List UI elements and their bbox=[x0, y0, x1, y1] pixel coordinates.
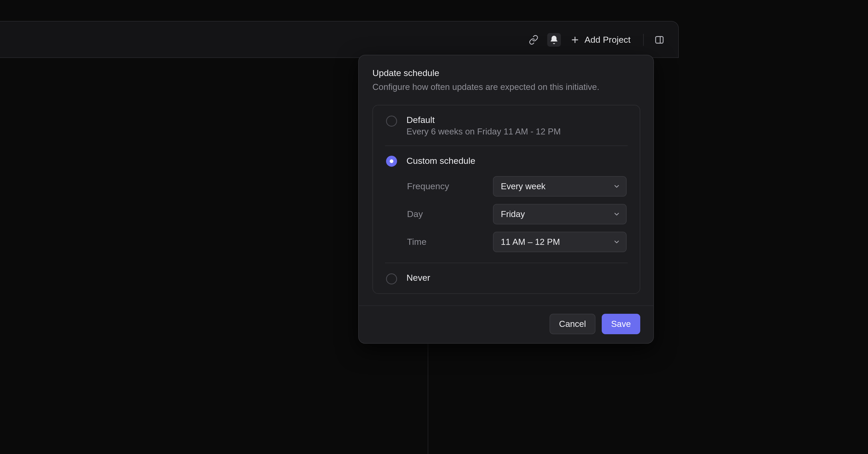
field-time: Time 11 AM – 12 PM bbox=[407, 232, 627, 252]
toggle-side-panel-button[interactable] bbox=[653, 33, 666, 47]
page-header-panel: Add Project bbox=[0, 21, 679, 58]
save-label: Save bbox=[611, 319, 631, 329]
page-toolbar: Add Project bbox=[0, 22, 678, 58]
add-project-button[interactable]: Add Project bbox=[568, 31, 634, 49]
bell-icon bbox=[549, 35, 559, 45]
radio-default[interactable] bbox=[386, 116, 397, 127]
dialog-subtitle: Configure how often updates are expected… bbox=[372, 81, 640, 93]
chevron-down-icon bbox=[613, 211, 620, 218]
option-never-label: Never bbox=[406, 273, 430, 283]
custom-fields: Frequency Every week Day Friday bbox=[386, 176, 627, 252]
option-default[interactable]: Default Every 6 weeks on Friday 11 AM - … bbox=[385, 105, 628, 146]
schedule-options: Default Every 6 weeks on Friday 11 AM - … bbox=[372, 105, 640, 294]
field-time-label: Time bbox=[407, 237, 426, 247]
panel-right-icon bbox=[654, 35, 664, 45]
radio-never[interactable] bbox=[386, 273, 397, 284]
toolbar-divider bbox=[643, 34, 644, 46]
dialog-body: Update schedule Configure how often upda… bbox=[359, 55, 653, 305]
dialog-footer: Cancel Save bbox=[359, 305, 653, 343]
option-custom: Custom schedule Frequency Every week Day… bbox=[385, 146, 628, 263]
update-schedule-dialog: Update schedule Configure how often upda… bbox=[358, 55, 654, 344]
dialog-title: Update schedule bbox=[372, 68, 640, 78]
copy-link-button[interactable] bbox=[527, 33, 540, 47]
option-never[interactable]: Never bbox=[385, 263, 628, 293]
option-custom-head[interactable]: Custom schedule bbox=[386, 155, 627, 167]
option-default-description: Every 6 weeks on Friday 11 AM - 12 PM bbox=[406, 127, 561, 137]
option-default-text: Default Every 6 weeks on Friday 11 AM - … bbox=[406, 115, 561, 137]
day-value: Friday bbox=[501, 209, 525, 219]
svg-rect-0 bbox=[656, 36, 663, 43]
plus-icon bbox=[570, 35, 580, 44]
field-day-label: Day bbox=[407, 209, 423, 219]
link-icon bbox=[529, 35, 538, 45]
radio-custom[interactable] bbox=[386, 156, 397, 167]
frequency-value: Every week bbox=[501, 181, 546, 191]
cancel-label: Cancel bbox=[559, 319, 586, 329]
option-custom-label: Custom schedule bbox=[406, 156, 475, 166]
field-frequency-label: Frequency bbox=[407, 181, 449, 191]
cancel-button[interactable]: Cancel bbox=[550, 314, 595, 334]
field-day: Day Friday bbox=[407, 204, 627, 224]
day-select[interactable]: Friday bbox=[493, 204, 627, 224]
save-button[interactable]: Save bbox=[602, 314, 640, 334]
field-frequency: Frequency Every week bbox=[407, 176, 627, 196]
chevron-down-icon bbox=[613, 183, 620, 190]
chevron-down-icon bbox=[613, 238, 620, 246]
option-default-label: Default bbox=[406, 115, 561, 125]
time-select[interactable]: 11 AM – 12 PM bbox=[493, 232, 627, 252]
frequency-select[interactable]: Every week bbox=[493, 176, 627, 196]
add-project-label: Add Project bbox=[584, 35, 630, 45]
notifications-button[interactable] bbox=[547, 33, 561, 47]
time-value: 11 AM – 12 PM bbox=[501, 237, 560, 247]
